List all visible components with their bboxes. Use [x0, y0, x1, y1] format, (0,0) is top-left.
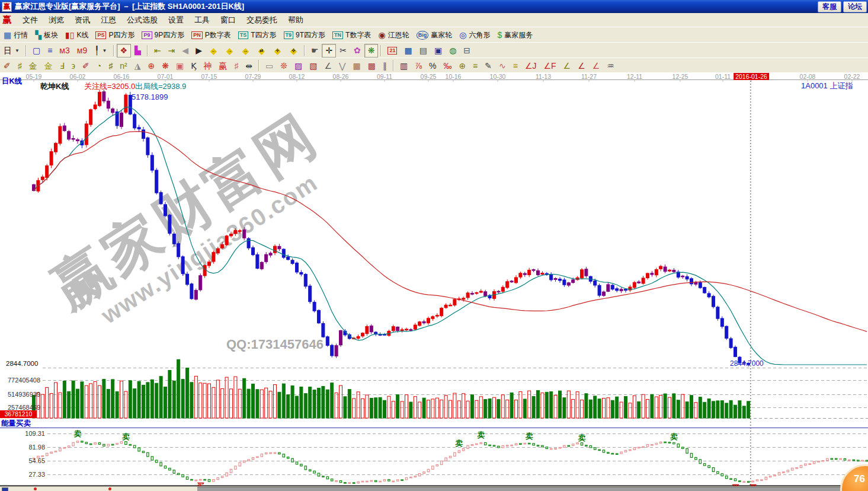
hand-icon[interactable]: ☛ [308, 44, 322, 58]
shen-angle-icon[interactable]: ∠ [574, 59, 589, 72]
golden-grid-icon[interactable]: 金 [25, 59, 41, 72]
grid-box2-icon[interactable]: ▩ [364, 59, 379, 72]
n2-icon[interactable]: n² [116, 59, 130, 72]
9t-square-button[interactable]: T99T四方形 [280, 28, 329, 42]
menu-item-4[interactable]: 公式选股 [121, 14, 163, 27]
percent-line-icon[interactable]: ‰ [440, 59, 455, 72]
square-target-icon[interactable]: ▣ [172, 59, 187, 72]
9p-square-button[interactable]: P99P四方形 [138, 28, 188, 42]
gann-circle-icon[interactable]: ◔ [93, 59, 105, 72]
f-angle-icon[interactable]: ∠F [540, 59, 559, 72]
shift-right-icon[interactable]: ◆→ [222, 44, 238, 58]
menu-item-2[interactable]: 资讯 [69, 14, 95, 27]
percent78-icon[interactable]: ⅞ [411, 59, 425, 72]
next-bar-icon[interactable]: ▶ [192, 44, 206, 58]
p-table-button[interactable]: PNP数字表 [188, 28, 235, 42]
f-grid-icon[interactable]: Ⅎ [56, 59, 68, 72]
chart-canvas[interactable]: 卖卖卖卖卖卖卖买买买 [0, 72, 868, 491]
calendar-icon[interactable]: 21 [384, 44, 401, 58]
stretch-icon[interactable]: ✎ [481, 59, 495, 72]
golden-levels2-icon[interactable]: ≡ [510, 59, 521, 72]
period-selector[interactable]: 日▼ [0, 44, 23, 58]
dense-grid-icon[interactable]: ♯ [230, 59, 242, 72]
gold-angle-icon[interactable]: ∠ [560, 59, 575, 72]
scissors-icon[interactable]: ✂ [336, 44, 350, 58]
p-square-button[interactable]: PSP四方形 [92, 28, 138, 42]
menu-item-5[interactable]: 设置 [163, 14, 189, 27]
zoom-out-icon[interactable]: ◆✜ [286, 44, 302, 58]
chart9-icon[interactable]: м9 [73, 44, 91, 58]
parallel-lines-icon[interactable]: ∥ [379, 59, 390, 72]
info-list-icon[interactable]: ≡ [44, 44, 56, 58]
print-icon[interactable]: ⊟ [460, 44, 474, 58]
menu-item-1[interactable]: 浏览 [43, 14, 69, 27]
golden-levels-icon[interactable]: ≡ [469, 59, 481, 72]
quotes-button[interactable]: ▦行情 [0, 28, 31, 42]
menu-item-0[interactable]: 文件 [17, 14, 43, 27]
brush-icon[interactable]: ✐ [0, 59, 14, 72]
volume-chart-icon[interactable]: ▙ [131, 44, 145, 58]
t-table-button[interactable]: TNT数字表 [329, 28, 374, 42]
hexagon-button[interactable]: ◎六角形 [456, 28, 494, 42]
angle-line-icon[interactable]: ∠ [321, 59, 335, 72]
win-angle-icon[interactable]: ∠ [589, 59, 604, 72]
first-bar-icon[interactable]: ⇤ [150, 44, 165, 58]
magic-icon[interactable]: ✿ [350, 44, 364, 58]
menu-item-6[interactable]: 工具 [189, 14, 215, 27]
sectors-button[interactable]: ▚板块 [31, 28, 62, 42]
chart3-icon[interactable]: м3 [56, 44, 73, 58]
kline-button[interactable]: ▮▯K线 [62, 28, 92, 42]
t-square-button[interactable]: TST四方形 [235, 28, 280, 42]
box-tool-icon[interactable]: ▭ [262, 59, 277, 72]
target-icon[interactable]: ⊕ [144, 59, 158, 72]
chart-area[interactable]: 赢家财富网 www.yingjia360.com QQ:1731457646 卖… [0, 72, 868, 491]
ratio-table-icon[interactable]: ▥ [396, 59, 411, 72]
golden-target-icon[interactable]: ⊕ [455, 59, 469, 72]
k-mark-icon[interactable]: Ϗ [187, 59, 200, 72]
win-icon[interactable]: 赢 [215, 59, 230, 72]
compress-icon[interactable]: ◆⇄ [254, 44, 270, 58]
percent-icon[interactable]: % [425, 59, 440, 72]
gann-grid-icon[interactable]: ♯ [14, 59, 25, 72]
shade-box-icon[interactable]: ▨ [291, 59, 306, 72]
spiral-icon[interactable]: ϶ [68, 59, 79, 72]
brain-icon[interactable]: ❋ [364, 44, 379, 58]
menu-item-9[interactable]: 帮助 [283, 14, 309, 27]
tick-grid-icon[interactable]: ♯ [105, 59, 116, 72]
width-icon[interactable]: ⇹ [242, 59, 256, 72]
peak-price-label: 5178.1899 [132, 93, 168, 101]
grid-box-icon[interactable]: ▦ [350, 59, 364, 72]
notes-icon[interactable]: ▤ [416, 44, 431, 58]
prev-bar-icon[interactable]: ◀ [178, 44, 192, 58]
forum-button[interactable]: 论坛 [843, 1, 867, 12]
coord-icon[interactable]: ♒ [603, 59, 618, 72]
pattern-icon[interactable]: ❖ [117, 44, 132, 58]
star-icon[interactable]: ❋ [158, 59, 172, 72]
angle-ruler-icon[interactable]: ◮ [131, 59, 145, 72]
web-save-icon[interactable]: ◍ [446, 44, 460, 58]
service-button[interactable]: 客服 [818, 1, 841, 12]
shen-icon[interactable]: 神 [200, 59, 215, 72]
zoom-in-icon[interactable]: ◆✛ [270, 44, 286, 58]
j-angle-icon[interactable]: ∠J [521, 59, 540, 72]
brush2-icon[interactable]: ✐ [79, 59, 93, 72]
shade-box2-icon[interactable]: ▧ [306, 59, 321, 72]
menu-item-7[interactable]: 窗口 [215, 14, 241, 27]
calculator-icon[interactable]: ▦ [401, 44, 415, 58]
zigzag-icon[interactable]: ⋁ [335, 59, 349, 72]
gann-wheel-button[interactable]: ◉江恩轮 [374, 28, 412, 42]
rays-icon[interactable]: ❊ [277, 59, 291, 72]
winner-service-button[interactable]: $赢家服务 [494, 28, 536, 42]
candle-style-icon[interactable]: ╿▼ [91, 44, 110, 58]
save-icon[interactable]: ▣ [431, 44, 446, 58]
last-bar-icon[interactable]: ⇥ [165, 44, 179, 58]
menu-item-8[interactable]: 交易委托 [241, 14, 283, 27]
winner-wheel-button[interactable]: Big赢家轮 [413, 28, 456, 42]
expand-icon[interactable]: ◆↔ [238, 44, 254, 58]
shift-left-icon[interactable]: ◆← [206, 44, 222, 58]
crosshair-icon[interactable]: ✛ [322, 44, 336, 58]
menu-item-3[interactable]: 江恩 [95, 14, 121, 27]
golden-grid2-icon[interactable]: 金 [41, 59, 56, 72]
wave-icon[interactable]: ∿ [495, 59, 510, 72]
window-icon[interactable]: ▢ [29, 44, 44, 58]
